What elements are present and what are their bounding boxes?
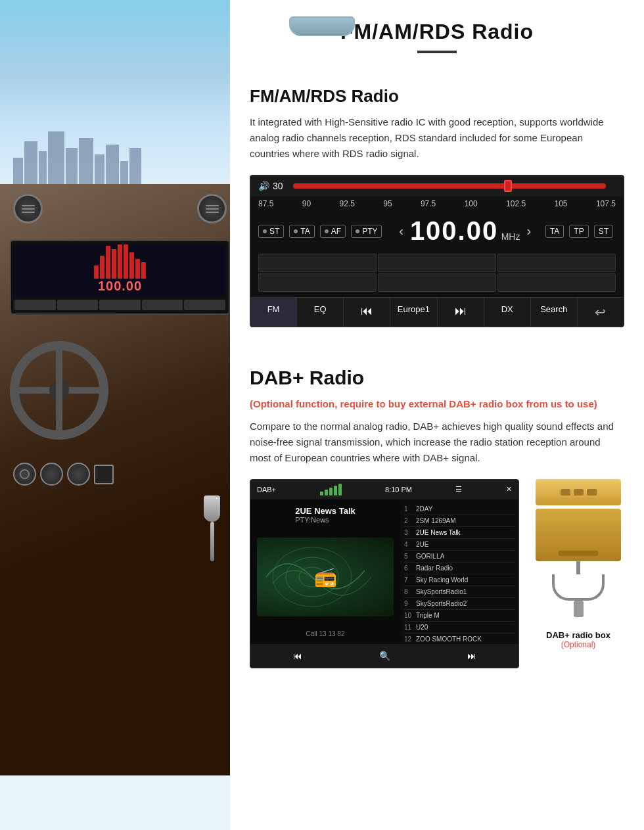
preset-1[interactable] [258, 254, 377, 272]
tag-ta: TA [289, 225, 314, 238]
dab-channel-5[interactable]: 5 GORILLA [404, 551, 515, 563]
dab-close-icon[interactable]: ✕ [506, 485, 512, 494]
preset-3[interactable] [497, 254, 616, 272]
head-unit-car: 100.00 [10, 240, 230, 315]
fm-section-description: It integrated with High-Sensitive radio … [250, 114, 624, 162]
right-tags: TA TP ST [545, 225, 616, 238]
dab-channel-1[interactable]: 1 2DAY [404, 503, 515, 515]
dab-pty: PTY:News [295, 516, 356, 524]
city-silhouette [0, 131, 240, 184]
dab-next[interactable]: ⏭ [462, 648, 482, 664]
btn-back[interactable]: ↩ [578, 298, 624, 327]
dab-channel-10[interactable]: 10 Triple M [404, 610, 515, 622]
dab-station-name: 2UE News Talk [295, 506, 356, 516]
dab-channel-6[interactable]: 6 Radar Radio [404, 563, 515, 574]
left-background: 100.00 [0, 0, 240, 830]
freq-90: 90 [302, 199, 311, 208]
dab-controls: ⏮ 🔍 ⏭ [250, 644, 518, 668]
btn-next[interactable]: ⏭ [438, 298, 484, 327]
eq-bars [89, 244, 151, 279]
btn-fm[interactable]: FM [250, 298, 297, 327]
btn-europe1[interactable]: Europe1 [390, 298, 437, 327]
dab-cable-straight [576, 561, 580, 574]
dab-channel-12[interactable]: 12 ZOO SMOOTH ROCK [404, 634, 515, 644]
btn-eq[interactable]: EQ [297, 298, 344, 327]
freq-100: 100 [465, 199, 478, 208]
dab-box-body [536, 509, 621, 561]
title-underline [417, 51, 457, 53]
tag-tp: TP [569, 225, 588, 238]
tag-pty: PTY [351, 225, 382, 238]
steering-section [0, 321, 240, 459]
vent-lines-r [206, 205, 219, 213]
volume-icon: 🔊 [258, 181, 269, 191]
preset-2[interactable] [378, 254, 496, 272]
dab-station-info: 2UE News Talk PTY:News [295, 506, 356, 524]
preset-4[interactable] [258, 273, 377, 292]
dab-description: Compare to the normal analog radio, DAB+… [250, 419, 624, 466]
dab-call: Call 13 13 82 [306, 630, 345, 637]
gear-area [0, 489, 240, 568]
vent-right [197, 194, 227, 223]
dab-time: 8:10 PM [385, 486, 412, 494]
dab-channel-2[interactable]: 2 2SM 1269AM [404, 515, 515, 527]
freq-display-group: ‹ 100.00 MHz › [399, 216, 531, 246]
freq-107: 107.5 [596, 199, 616, 208]
dab-search[interactable]: 🔍 [374, 648, 396, 664]
dab-box-image-wrapper [536, 479, 621, 617]
slider-thumb [504, 180, 512, 192]
freq-unit: MHz [501, 231, 520, 242]
tag-st: ST [258, 225, 284, 238]
head-unit-screen: 100.00 [14, 244, 225, 297]
preset-6[interactable] [497, 273, 616, 292]
dab-box-label-strip [559, 551, 598, 556]
sky-background [0, 0, 240, 184]
vent-lines [22, 205, 35, 213]
right-content-area: FM/AM/RDS Radio FM/AM/RDS Radio It integ… [230, 0, 644, 830]
freq-97: 97.5 [421, 199, 436, 208]
vent-left [13, 194, 43, 223]
dab-channel-11[interactable]: 11 U20 [404, 622, 515, 634]
dab-channel-8[interactable]: 8 SkySportsRadio1 [404, 586, 515, 598]
dab-channel-7[interactable]: 7 Sky Racing World [404, 574, 515, 586]
dab-box-top [536, 479, 621, 505]
btn-dx[interactable]: DX [484, 298, 531, 327]
frequency-numbers: 87.5 90 92.5 95 97.5 100 102.5 105 107.5 [250, 196, 624, 211]
btn-prev[interactable]: ⏮ [344, 298, 390, 327]
control-buttons [0, 459, 240, 489]
preset-5[interactable] [378, 273, 496, 292]
dab-cable-curved [552, 574, 605, 601]
freq-display: 100.00 MHz [410, 216, 520, 246]
freq-87: 87.5 [258, 199, 273, 208]
dab-title: DAB+ Radio [250, 367, 624, 389]
dab-channel-9[interactable]: 9 SkySportsRadio2 [404, 598, 515, 610]
signal-bars [320, 484, 342, 496]
freq-bar: 🔊 30 [250, 175, 624, 196]
dab-channel-4[interactable]: 4 2UE [404, 539, 515, 551]
dab-box-ports [561, 489, 597, 496]
dab-cable-end [574, 601, 584, 617]
tag-st-r: ST [594, 225, 613, 238]
fm-radio-section: FM/AM/RDS Radio It integrated with High-… [230, 73, 644, 354]
preset-buttons [250, 251, 624, 294]
left-tags: ST TA AF PTY [258, 225, 384, 238]
volume-number: 30 [273, 181, 283, 191]
dab-channel-3[interactable]: 3 2UE News Talk [404, 527, 515, 539]
dab-box-label-area: DAB+ radio box (Optional) [546, 630, 610, 649]
freq-next[interactable]: › [526, 223, 531, 239]
radio-ui-mockup: 🔊 30 87.5 90 92.5 95 97.5 100 102.5 105 [250, 175, 624, 327]
freq-102: 102.5 [506, 199, 526, 208]
btn-search[interactable]: Search [531, 298, 578, 327]
dab-prev[interactable]: ⏮ [288, 648, 308, 664]
page-header: FM/AM/RDS Radio [230, 0, 644, 73]
freq-92: 92.5 [339, 199, 354, 208]
dab-optional-text: (Optional function, require to buy exter… [250, 397, 624, 412]
frequency-slider[interactable] [293, 183, 606, 189]
hu-buttons [14, 300, 225, 310]
radio-controls-row: ST TA AF PTY ‹ 100.00 MHz › [250, 211, 624, 251]
gear-shift [204, 496, 220, 561]
freq-prev[interactable]: ‹ [399, 223, 403, 239]
dab-channel-list: 1 2DAY 2 2SM 1269AM 3 2UE News Talk [400, 499, 518, 644]
dab-box-label: DAB+ radio box [546, 630, 610, 640]
radio-visual-icon: 📻 [314, 566, 337, 588]
